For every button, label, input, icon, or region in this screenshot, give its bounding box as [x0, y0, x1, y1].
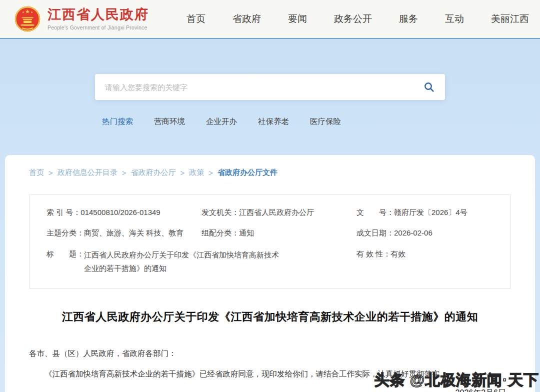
meta-validity-label: 有 效 性： [356, 248, 390, 260]
search-box [95, 74, 445, 100]
meta-group-value: 通知 [239, 227, 254, 238]
doc-meta-table: 索 引 号： 014500810/2026-01349 发文机关： 江西省人民政… [29, 194, 511, 288]
page: { "header": { "logo": { "title": "江西省人民政… [0, 0, 540, 392]
meta-group: 组配分类： 通知 [202, 227, 356, 238]
search-icon [423, 81, 435, 93]
breadcrumb-separator: > [48, 168, 53, 177]
breadcrumb-home[interactable]: 首页 [29, 168, 44, 178]
document-title: 江西省人民政府办公厅关于印发《江西省加快培育高新技术企业的若干措施》的通知 [29, 310, 511, 324]
meta-date-value: 2026-02-06 [394, 227, 432, 238]
hot-search-medical-insurance[interactable]: 医疗保险 [310, 116, 341, 127]
meta-row-2: 主题分类： 商贸、旅游、海关 科技、教育 组配分类： 通知 成文日期： 2026… [46, 222, 494, 243]
meta-doc-no-label: 文 号： [356, 206, 394, 218]
meta-title-label: 标 题： [46, 248, 84, 260]
meta-validity: 有 效 性： 有效 [356, 248, 494, 276]
meta-title-value: 江西省人民政府办公厅关于印发《江西省加快培育高新技术企业的若干措施》的通知 [84, 248, 285, 276]
toutiao-watermark: 头条 @北极海新闻·天下 [374, 370, 539, 390]
hot-search-label: 热门搜索 [102, 116, 133, 127]
meta-topic-label: 主题分类： [46, 227, 84, 238]
breadcrumb: 首页 > 政府信息公开目录 > 省政府办公厅 > 政策 > 省政府办公厅文件 [29, 168, 511, 178]
search-section: 热门搜索 营商环境 企业开办 社保养老 医疗保险 [95, 74, 445, 127]
hot-search-social-security[interactable]: 社保养老 [258, 116, 289, 127]
meta-topic: 主题分类： 商贸、旅游、海关 科技、教育 [46, 227, 202, 238]
logo-text: 江西省人民政府 People's Government of Jiangxi P… [48, 8, 149, 30]
meta-doc-no-value: 赣府厅发〔2026〕4号 [394, 206, 468, 218]
meta-doc-no: 文 号： 赣府厅发〔2026〕4号 [356, 206, 494, 218]
site-header: 江西省人民政府 People's Government of Jiangxi P… [0, 0, 540, 39]
meta-date: 成文日期： 2026-02-06 [356, 227, 494, 238]
meta-row-1: 索 引 号： 014500810/2026-01349 发文机关： 江西省人民政… [46, 202, 494, 222]
breadcrumb-separator: > [122, 168, 126, 177]
logo-title: 江西省人民政府 [48, 8, 149, 22]
breadcrumb-info-directory[interactable]: 政府信息公开目录 [58, 168, 118, 178]
meta-issuer-value: 江西省人民政府办公厅 [239, 206, 314, 218]
meta-index-label: 索 引 号： [46, 206, 80, 218]
logo-subtitle: People's Government of Jiangxi Province [48, 24, 149, 30]
meta-row-3: 标 题： 江西省人民政府办公厅关于印发《江西省加快培育高新技术企业的若干措施》的… [46, 244, 494, 280]
site-logo[interactable]: 江西省人民政府 People's Government of Jiangxi P… [14, 6, 149, 32]
national-emblem-icon [14, 6, 41, 32]
hot-search-business-env[interactable]: 营商环境 [154, 116, 185, 127]
nav-item-provincial-gov[interactable]: 省政府 [232, 12, 261, 26]
nav-item-services[interactable]: 服务 [399, 12, 418, 26]
hot-search-company-setup[interactable]: 企业开办 [206, 116, 237, 127]
meta-index-value: 014500810/2026-01349 [80, 206, 160, 218]
nav-item-news[interactable]: 要闻 [288, 12, 307, 26]
nav-item-interaction[interactable]: 互动 [445, 12, 464, 26]
main-nav: 首页 省政府 要闻 政务公开 服务 互动 美丽江西 [186, 12, 529, 26]
nav-item-beautiful-jiangxi[interactable]: 美丽江西 [491, 12, 529, 26]
breadcrumb-separator: > [208, 168, 213, 177]
meta-issuer-label: 发文机关： [202, 206, 239, 218]
meta-topic-value: 商贸、旅游、海关 科技、教育 [84, 227, 184, 238]
breadcrumb-general-office[interactable]: 省政府办公厅 [131, 168, 176, 178]
content-card: 首页 > 政府信息公开目录 > 省政府办公厅 > 政策 > 省政府办公厅文件 索… [5, 155, 535, 392]
nav-item-gov-affairs[interactable]: 政务公开 [334, 12, 372, 26]
hot-search-row: 热门搜索 营商环境 企业开办 社保养老 医疗保险 [102, 116, 445, 127]
breadcrumb-policy[interactable]: 政策 [189, 168, 204, 178]
document-salutation: 各市、县（区）人民政府，省政府各部门： [29, 348, 511, 359]
search-input[interactable] [105, 83, 423, 92]
meta-validity-value: 有效 [390, 248, 406, 260]
breadcrumb-separator: > [180, 168, 185, 177]
meta-issuer: 发文机关： 江西省人民政府办公厅 [202, 206, 356, 218]
search-button[interactable] [423, 81, 435, 93]
meta-date-label: 成文日期： [356, 227, 394, 238]
breadcrumb-current: 省政府办公厅文件 [218, 168, 278, 178]
meta-title: 标 题： 江西省人民政府办公厅关于印发《江西省加快培育高新技术企业的若干措施》的… [46, 248, 356, 276]
meta-group-label: 组配分类： [202, 227, 239, 238]
nav-item-home[interactable]: 首页 [186, 12, 206, 26]
meta-index: 索 引 号： 014500810/2026-01349 [46, 206, 202, 218]
